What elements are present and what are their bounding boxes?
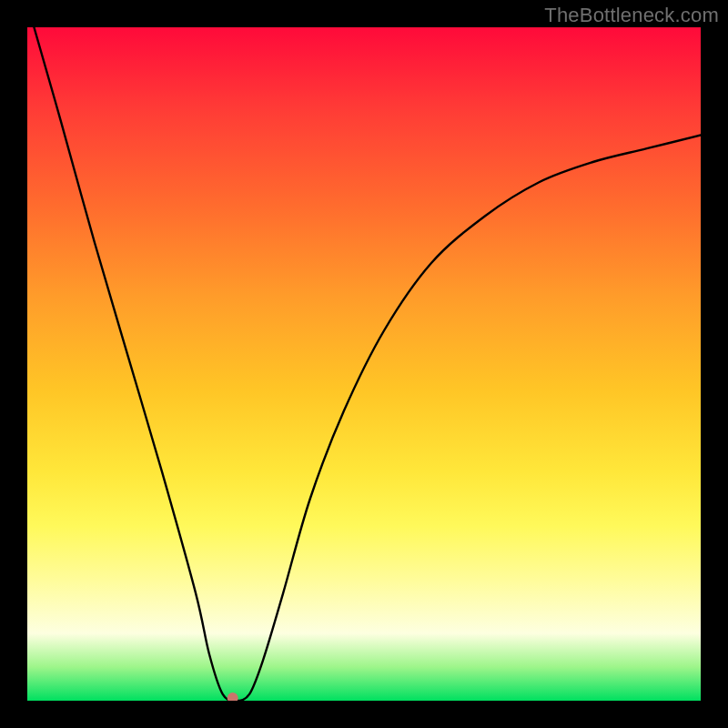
bottleneck-curve-svg [27, 27, 701, 701]
minimum-marker-dot [228, 693, 238, 701]
chart-plot-area [27, 27, 701, 701]
watermark-text: TheBottleneck.com [544, 4, 719, 27]
bottleneck-curve-path [34, 27, 701, 701]
